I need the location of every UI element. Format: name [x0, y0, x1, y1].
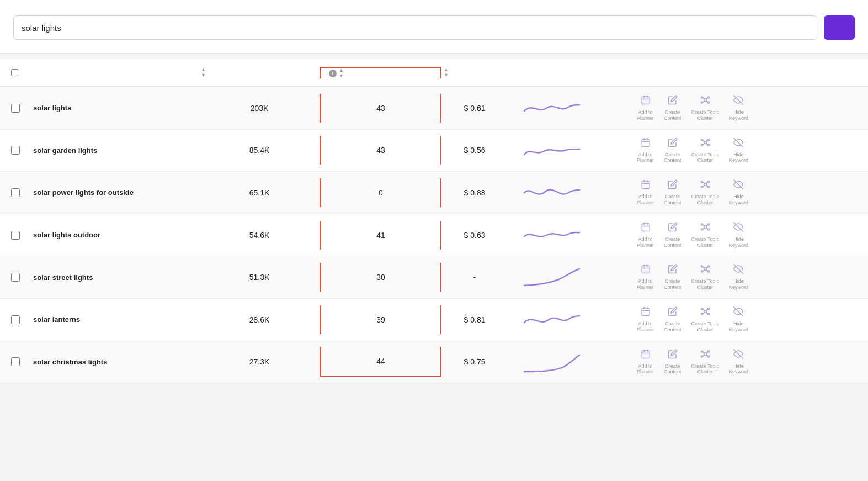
edit-icon: [668, 349, 678, 362]
col-header-difficulty[interactable]: i ▲▼: [320, 67, 441, 78]
row-checkbox-5[interactable]: [11, 315, 20, 324]
action-btn-add-planner[interactable]: Add toPlanner: [635, 304, 656, 335]
action-cell: Add toPlanner CreateContent Create Topic…: [596, 347, 750, 378]
col-header-checkbox: [11, 69, 33, 76]
row-checkbox-4[interactable]: [11, 273, 20, 282]
svg-rect-28: [642, 181, 649, 189]
trends-cell: [508, 182, 596, 204]
keyword-cell: solar lights outdoor: [33, 231, 199, 239]
difficulty-cell: 43: [320, 94, 441, 123]
svg-rect-56: [642, 266, 649, 273]
cpc-cell: -: [441, 273, 508, 282]
volume-cell: 85.4K: [199, 146, 320, 155]
svg-line-66: [706, 267, 707, 268]
volume-cell: 203K: [199, 104, 320, 113]
generate-keywords-button[interactable]: [824, 15, 855, 40]
action-btn-create-content[interactable]: CreateContent: [662, 177, 684, 208]
difficulty-cell: 0: [320, 178, 441, 207]
svg-line-51: [702, 224, 704, 226]
action-btn-hide-keyword[interactable]: HideKeyword: [727, 347, 750, 378]
row-checkbox-0[interactable]: [11, 104, 20, 113]
action-btn-create-topic-cluster[interactable]: Create TopicCluster: [689, 347, 721, 378]
svg-line-26: [706, 143, 707, 145]
svg-line-38: [706, 182, 707, 184]
action-cell: Add toPlanner CreateContent Create Topic…: [596, 93, 750, 124]
action-btn-add-planner[interactable]: Add toPlanner: [635, 177, 656, 208]
action-btn-create-topic-cluster[interactable]: Create TopicCluster: [689, 135, 721, 166]
cluster-icon: [700, 138, 710, 150]
cpc-cell: $ 0.81: [441, 315, 508, 324]
difficulty-cell: 43: [320, 136, 441, 165]
action-btn-create-topic-cluster[interactable]: Create TopicCluster: [689, 304, 721, 335]
trends-cell: [508, 97, 596, 119]
svg-line-93: [702, 351, 704, 353]
action-btn-hide-keyword[interactable]: HideKeyword: [727, 262, 750, 293]
edit-icon: [668, 179, 678, 192]
cluster-icon: [700, 349, 710, 362]
action-btn-create-topic-cluster[interactable]: Create TopicCluster: [689, 93, 721, 124]
calendar-icon: [641, 306, 651, 319]
table-row: solar lights outdoor 54.6K 41 $ 0.63 Add…: [0, 214, 868, 257]
cluster-icon: [700, 179, 710, 192]
action-btn-hide-keyword[interactable]: HideKeyword: [727, 135, 750, 166]
svg-line-79: [702, 309, 704, 310]
action-btn-hide-keyword[interactable]: HideKeyword: [727, 177, 750, 208]
action-btn-add-planner[interactable]: Add toPlanner: [635, 135, 656, 166]
hide-icon: [733, 179, 743, 192]
cpc-cell: $ 0.88: [441, 188, 508, 197]
calendar-icon: [641, 179, 651, 192]
trends-cell: [508, 351, 596, 373]
table-row: solar christmas lights 27.3K 44 $ 0.75 A…: [0, 341, 868, 384]
table-body: solar lights 203K 43 $ 0.61 Add toPlanne…: [0, 87, 868, 383]
cluster-icon: [700, 95, 710, 108]
row-checkbox-cell: [11, 231, 33, 240]
difficulty-info-icon[interactable]: i: [329, 70, 337, 77]
cluster-icon: [700, 222, 710, 235]
svg-line-82: [706, 312, 707, 314]
action-btn-create-content[interactable]: CreateContent: [662, 347, 684, 378]
action-btn-hide-keyword[interactable]: HideKeyword: [727, 220, 750, 251]
svg-line-65: [702, 267, 704, 268]
volume-cell: 27.3K: [199, 357, 320, 366]
keyword-cell: solar christmas lights: [33, 358, 199, 366]
col-header-volume[interactable]: ▲▼: [199, 67, 320, 78]
action-btn-create-content[interactable]: CreateContent: [662, 304, 684, 335]
edit-icon: [668, 95, 678, 108]
action-btn-add-planner[interactable]: Add toPlanner: [635, 262, 656, 293]
action-cell: Add toPlanner CreateContent Create Topic…: [596, 177, 750, 208]
seed-keyword-input[interactable]: [13, 15, 817, 40]
row-checkbox-1[interactable]: [11, 146, 20, 155]
action-btn-create-topic-cluster[interactable]: Create TopicCluster: [689, 262, 721, 293]
action-btn-add-planner[interactable]: Add toPlanner: [635, 347, 656, 378]
action-btn-hide-keyword[interactable]: HideKeyword: [727, 304, 750, 335]
col-header-cpc[interactable]: ▲▼: [441, 67, 508, 78]
action-btn-create-content[interactable]: CreateContent: [662, 262, 684, 293]
action-btn-create-content[interactable]: CreateContent: [662, 135, 684, 166]
action-btn-create-content[interactable]: CreateContent: [662, 220, 684, 251]
svg-line-94: [706, 351, 707, 353]
action-btn-create-topic-cluster[interactable]: Create TopicCluster: [689, 220, 721, 251]
svg-line-52: [706, 224, 707, 226]
action-btn-add-planner[interactable]: Add toPlanner: [635, 220, 656, 251]
table-row: solar lights 203K 43 $ 0.61 Add toPlanne…: [0, 87, 868, 130]
svg-line-37: [702, 182, 704, 184]
table-row: solar lanterns 28.6K 39 $ 0.81 Add toPla…: [0, 299, 868, 341]
action-btn-hide-keyword[interactable]: HideKeyword: [727, 93, 750, 124]
row-checkbox-cell: [11, 315, 33, 324]
action-btn-create-topic-cluster[interactable]: Create TopicCluster: [689, 177, 721, 208]
row-checkbox-3[interactable]: [11, 231, 20, 240]
difficulty-sort-icon: ▲▼: [339, 68, 344, 78]
row-checkbox-6[interactable]: [11, 357, 20, 366]
cpc-cell: $ 0.61: [441, 104, 508, 113]
action-btn-add-planner[interactable]: Add toPlanner: [635, 93, 656, 124]
svg-line-24: [706, 140, 707, 141]
trends-cell: [508, 266, 596, 288]
action-btn-create-content[interactable]: CreateContent: [662, 93, 684, 124]
cluster-icon: [700, 264, 710, 277]
keyword-cell: solar lanterns: [33, 315, 199, 324]
hide-icon: [733, 264, 743, 277]
select-all-checkbox[interactable]: [11, 69, 18, 76]
cpc-sort-icon: ▲▼: [444, 67, 449, 78]
row-checkbox-cell: [11, 357, 33, 366]
row-checkbox-2[interactable]: [11, 188, 20, 197]
